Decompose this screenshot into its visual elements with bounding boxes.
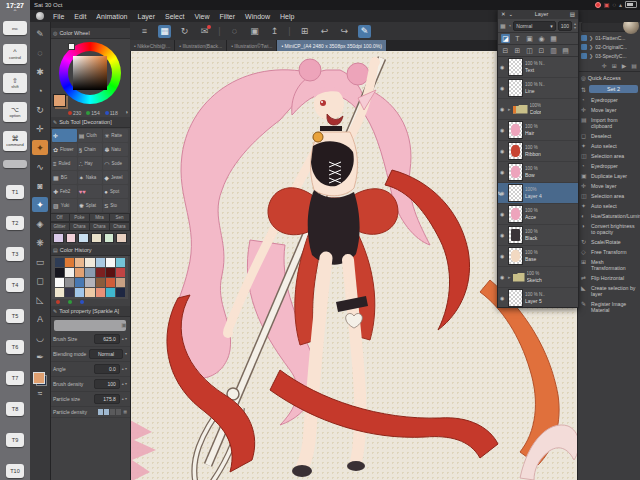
stepper-icon[interactable]: ▴ ▾ bbox=[122, 337, 127, 341]
text-tool[interactable]: A bbox=[32, 311, 48, 326]
action-checkbox[interactable] bbox=[581, 35, 587, 41]
history-swatch-20[interactable] bbox=[116, 278, 125, 287]
reset-view-icon[interactable]: ↻ bbox=[178, 25, 191, 38]
history-swatch-27[interactable] bbox=[116, 288, 125, 297]
stepper-icon[interactable]: ▴ ▾ bbox=[122, 397, 127, 401]
color-wheel-header[interactable]: ◎ Color Wheel bbox=[50, 28, 130, 39]
qa-item-register-image-material[interactable]: ✎Register Image Material bbox=[578, 299, 640, 315]
action-checkbox[interactable] bbox=[581, 53, 587, 59]
qa-item-scale-rotate[interactable]: ↻Scale/Rotate bbox=[578, 237, 640, 247]
blend-mode-select[interactable]: Normal▾ bbox=[513, 21, 555, 31]
sub-tool-item-1[interactable]: ✛ bbox=[52, 129, 77, 142]
layer-row-hair[interactable]: ◉100 %Hair bbox=[498, 120, 578, 141]
layer-visibility-icon[interactable]: ◉ bbox=[500, 169, 506, 175]
lasso-tool[interactable]: ◡ bbox=[32, 330, 48, 345]
layer-visibility-icon[interactable]: ◉ bbox=[500, 211, 506, 217]
property-control[interactable]: 100▴ ▾ bbox=[94, 379, 127, 389]
clip-layer-icon[interactable]: ⊟ bbox=[501, 46, 510, 55]
move-tool[interactable]: ✛ bbox=[32, 121, 48, 136]
history-swatch-13[interactable] bbox=[116, 268, 125, 277]
sub-tool-item-15[interactable]: ●Spot bbox=[103, 185, 128, 198]
history-swatch-1[interactable] bbox=[65, 258, 74, 267]
value-box[interactable]: 175.8 bbox=[94, 394, 120, 404]
menu-layer[interactable]: Layer bbox=[137, 13, 155, 20]
sub-tool-item-2[interactable]: ▤Cloth bbox=[78, 129, 103, 142]
property-control[interactable]: ▦ bbox=[98, 409, 127, 415]
qa-item-free-transform[interactable]: ◇Free Transform bbox=[578, 247, 640, 257]
palette-tab-0[interactable]: Glitter bbox=[50, 223, 70, 230]
layer-row-sketch[interactable]: ◉▸100 %Sketch bbox=[498, 267, 578, 288]
opacity-field[interactable]: 100 bbox=[558, 21, 572, 31]
material-chip-5[interactable] bbox=[116, 233, 127, 243]
control-key[interactable]: ^control bbox=[3, 44, 27, 64]
canvas-tab-2[interactable]: • Illustration(Back... bbox=[175, 40, 227, 51]
color-chips[interactable] bbox=[33, 372, 47, 386]
property-control[interactable]: Normal▾ bbox=[89, 349, 127, 359]
layer-thumbnail[interactable] bbox=[508, 121, 523, 139]
action-expand-icon[interactable]: ❯ bbox=[589, 35, 593, 41]
folder-expand-icon[interactable]: ▸ bbox=[508, 106, 511, 112]
layer-visibility-icon[interactable]: ◉ bbox=[500, 64, 506, 70]
layer-thumbnail[interactable] bbox=[508, 79, 523, 97]
ruler-tool[interactable]: ◺ bbox=[32, 292, 48, 307]
frame-tool[interactable]: ◻ bbox=[32, 273, 48, 288]
layer-row-layer-5[interactable]: ◉100 % N..Layer 5 bbox=[498, 288, 578, 307]
search-icon[interactable]: ◌ bbox=[228, 25, 241, 38]
history-swatch-16[interactable] bbox=[75, 278, 84, 287]
menu-filter[interactable]: Filter bbox=[220, 13, 236, 20]
sub-tool-item-16[interactable]: ▨Yuki bbox=[52, 199, 77, 212]
command-key[interactable]: ⌘command bbox=[3, 131, 27, 151]
set-switch-icon[interactable]: ⇅ bbox=[581, 86, 586, 93]
menu-file[interactable]: File bbox=[53, 13, 64, 20]
property-control[interactable]: 0.0▴ ▾ bbox=[94, 364, 127, 374]
decoration-tool[interactable]: ✦ bbox=[32, 197, 48, 212]
palette-tab-1[interactable]: Chara bbox=[70, 223, 90, 230]
notification-icon[interactable]: ✉ bbox=[198, 25, 211, 38]
sub-tool-item-12[interactable]: ◆Jewel bbox=[103, 171, 128, 184]
blend-grid-icon[interactable]: ▦ bbox=[500, 22, 506, 29]
pen-settings-icon[interactable]: ✎ bbox=[358, 25, 371, 38]
qa-item-move-layer[interactable]: ✛Move layer bbox=[578, 181, 640, 191]
history-swatch-5[interactable] bbox=[106, 258, 115, 267]
sub-tool-item-17[interactable]: ✺Splat bbox=[78, 199, 103, 212]
delete-layer-icon[interactable]: ▤ bbox=[561, 46, 570, 55]
object-tool[interactable]: ✦ bbox=[32, 140, 48, 155]
layer-row-bow[interactable]: ◉100 %Bow bbox=[498, 162, 578, 183]
undo-icon[interactable]: ↩ bbox=[318, 25, 331, 38]
menu-select[interactable]: Select bbox=[165, 13, 184, 20]
history-swatch-3[interactable] bbox=[85, 258, 94, 267]
layer-visibility-icon[interactable]: ◉ bbox=[500, 148, 506, 154]
gesture-icon[interactable]: ▦ bbox=[158, 25, 171, 38]
duplicate-layer-icon[interactable]: ◫ bbox=[525, 46, 534, 55]
t4-key[interactable]: T4 bbox=[6, 278, 24, 292]
auto-action-row-2[interactable]: ❯02-OriginalC... bbox=[578, 42, 640, 51]
sub-tool-item-3[interactable]: ✳Ratte bbox=[103, 129, 128, 142]
history-swatch-12[interactable] bbox=[106, 268, 115, 277]
menu-animation[interactable]: Animation bbox=[96, 13, 127, 20]
qa-item-eyedropper[interactable]: ◔Eyedropper bbox=[578, 95, 640, 105]
new-layer-icon[interactable]: ⊞ bbox=[513, 46, 522, 55]
history-swatch-4[interactable] bbox=[96, 258, 105, 267]
sv-square[interactable] bbox=[73, 56, 107, 90]
t7-key[interactable]: T7 bbox=[6, 371, 24, 385]
merge-layer-icon[interactable]: ⊡ bbox=[537, 46, 546, 55]
foreground-color-chip[interactable] bbox=[33, 372, 45, 384]
sub-tool-item-5[interactable]: §Chain bbox=[78, 143, 103, 156]
stepper-icon[interactable]: ▾ bbox=[125, 352, 127, 356]
layer-row-color[interactable]: ◉▸100%Color bbox=[498, 99, 578, 120]
qa-item-selection-area[interactable]: ◫Selection area bbox=[578, 191, 640, 201]
sub-tool-item-9[interactable]: ◠Sode bbox=[103, 157, 128, 170]
history-swatch-0[interactable] bbox=[55, 258, 64, 267]
layer-blend-icon[interactable]: ◪ bbox=[501, 34, 510, 43]
history-swatch-18[interactable] bbox=[96, 278, 105, 287]
value-box[interactable]: Normal bbox=[89, 349, 123, 359]
layer-thumbnail[interactable] bbox=[508, 58, 523, 76]
palette-tab-2[interactable]: Chara bbox=[90, 223, 110, 230]
layer-thumbnail[interactable] bbox=[508, 163, 523, 181]
history-swatch-25[interactable] bbox=[96, 288, 105, 297]
t6-key[interactable]: T6 bbox=[6, 340, 24, 354]
opacity-stepper[interactable]: ▴▾ bbox=[574, 22, 576, 30]
layer-visibility-icon[interactable]: ◉ bbox=[500, 295, 506, 301]
material-chip-0[interactable] bbox=[53, 233, 64, 243]
quick-access-header[interactable]: ◎ Quick Access bbox=[578, 72, 640, 83]
